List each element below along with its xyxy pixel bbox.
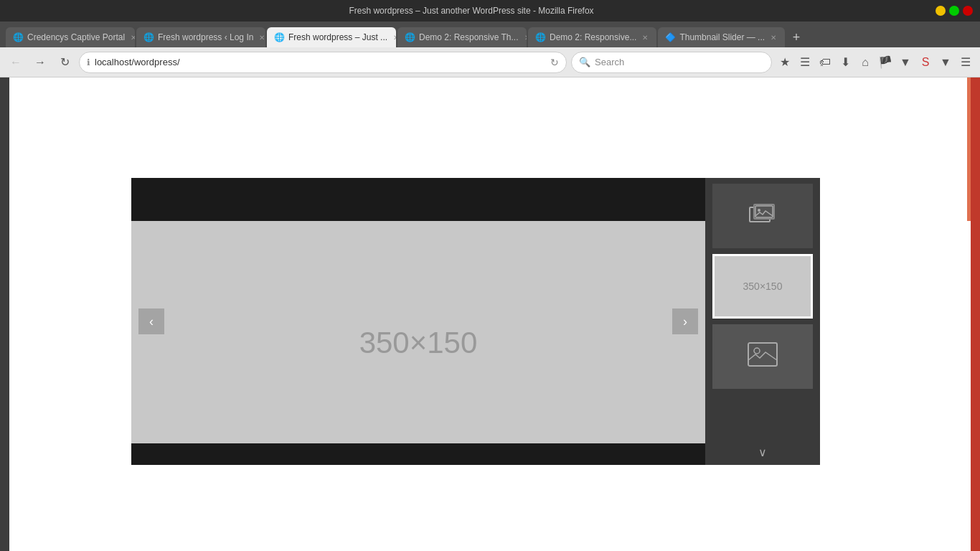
page-content: 350×150 ‹ › <box>9 77 971 551</box>
profile-icon[interactable]: S <box>917 54 934 71</box>
home-icon[interactable]: ⌂ <box>857 54 874 71</box>
dropdown-icon[interactable]: ▼ <box>897 54 914 71</box>
scroll-position-indicator <box>967 77 971 221</box>
slider-image: 350×150 <box>131 221 705 465</box>
tab-favicon-1: 🌐 <box>13 32 23 42</box>
svg-point-5 <box>754 348 760 354</box>
flag-icon[interactable]: 🏴 <box>877 54 894 71</box>
window-title: Fresh wordpress – Just another WordPress… <box>7 6 936 16</box>
tab-label-5: Demo 2: Responsive... <box>550 32 636 42</box>
tab-label-2: Fresh wordpress ‹ Log In <box>158 32 253 42</box>
slider-top-bar <box>131 178 705 199</box>
slider-bottom-bar <box>131 443 705 465</box>
image-placeholder-icon <box>747 342 778 372</box>
right-scrollbar[interactable] <box>971 77 980 551</box>
search-placeholder: Search <box>595 57 624 67</box>
tab-favicon-2: 🌐 <box>143 32 154 42</box>
tab-close-5[interactable]: ✕ <box>641 32 649 43</box>
tab-thumbnail-slider[interactable]: 🔷 Thumbnail Slider — ... ✕ <box>658 27 785 47</box>
svg-point-3 <box>758 209 760 212</box>
svg-rect-1 <box>754 204 774 219</box>
tab-favicon-6: 🔷 <box>665 32 675 42</box>
search-icon: 🔍 <box>579 57 590 67</box>
thumbnail-item-1[interactable] <box>712 184 813 248</box>
pocket-icon[interactable]: 🏷 <box>816 54 834 71</box>
new-tab-button[interactable]: + <box>786 27 806 47</box>
close-button[interactable] <box>963 6 973 16</box>
download-icon[interactable]: ⬇ <box>837 54 854 71</box>
tab-label-1: Credencys Captive Portal <box>27 32 125 42</box>
tab-close-4[interactable]: ✕ <box>523 32 527 43</box>
tab-bar: 🌐 Credencys Captive Portal ✕ 🌐 Fresh wor… <box>0 22 980 47</box>
tab-close-6[interactable]: ✕ <box>769 32 778 43</box>
tab-favicon-4: 🌐 <box>405 32 415 42</box>
thumbnail-sidebar: 350×150 ∨ <box>705 178 820 465</box>
minimize-button[interactable] <box>936 6 946 16</box>
slider-main: 350×150 ‹ › <box>131 178 705 465</box>
forward-button[interactable]: → <box>30 52 50 72</box>
maximize-button[interactable] <box>949 6 959 16</box>
nav-icons: ★ ☰ 🏷 ⬇ ⌂ 🏴 ▼ S ▼ ☰ <box>776 54 974 71</box>
tab-close-1[interactable]: ✕ <box>129 32 135 43</box>
search-bar[interactable]: 🔍 Search <box>571 52 772 73</box>
nav-bar: ← → ↻ ℹ localhost/wordpress/ ↻ 🔍 Search … <box>0 47 980 77</box>
address-text: localhost/wordpress/ <box>95 57 546 67</box>
tab-favicon-5: 🌐 <box>535 32 545 42</box>
back-button[interactable]: ← <box>6 52 26 72</box>
address-bar[interactable]: ℹ localhost/wordpress/ ↻ <box>79 52 567 73</box>
reload-button[interactable]: ↻ <box>55 52 75 72</box>
window-controls <box>936 6 973 16</box>
tab-close-3[interactable]: ✕ <box>392 32 396 43</box>
title-bar: Fresh wordpress – Just another WordPress… <box>0 0 980 22</box>
slider-next-button[interactable]: › <box>672 309 698 334</box>
thumbnail-item-2[interactable]: 350×150 <box>712 254 813 319</box>
thumbnail-scroll-down-button[interactable]: ∨ <box>752 445 773 459</box>
tab-label-4: Demo 2: Responsive Th... <box>419 32 519 42</box>
slider-image-text: 350×150 <box>359 326 478 360</box>
tab-close-2[interactable]: ✕ <box>258 32 265 43</box>
thumbnail-text-2: 350×150 <box>743 281 783 292</box>
slider-wrapper: 350×150 ‹ › <box>131 178 834 465</box>
slider-prev-button[interactable]: ‹ <box>138 309 164 334</box>
thumbnail-placeholder-2: 350×150 <box>715 256 811 316</box>
gallery-icon <box>748 203 777 230</box>
reload-icon[interactable]: ↻ <box>550 57 559 68</box>
tab-label-6: Thumbnail Slider — ... <box>679 32 765 42</box>
menu-icon[interactable]: ☰ <box>957 54 974 71</box>
tab-login[interactable]: 🌐 Fresh wordpress ‹ Log In ✕ <box>136 27 265 47</box>
reader-mode-icon[interactable]: ☰ <box>796 54 814 71</box>
dropdown2-icon[interactable]: ▼ <box>937 54 954 71</box>
tab-label-3: Fresh wordpress – Just ... <box>288 32 387 42</box>
tab-demo2-responsive[interactable]: 🌐 Demo 2: Responsive... ✕ <box>528 27 656 47</box>
tab-credencys[interactable]: 🌐 Credencys Captive Portal ✕ <box>6 27 135 47</box>
thumbnail-item-3[interactable] <box>712 324 813 389</box>
tab-demo2[interactable]: 🌐 Demo 2: Responsive Th... ✕ <box>397 27 527 47</box>
tab-favicon-3: 🌐 <box>274 32 284 42</box>
lock-icon: ℹ <box>87 57 90 67</box>
tab-fresh-wordpress[interactable]: 🌐 Fresh wordpress – Just ... ✕ <box>267 27 396 47</box>
bookmark-star-icon[interactable]: ★ <box>776 54 793 71</box>
